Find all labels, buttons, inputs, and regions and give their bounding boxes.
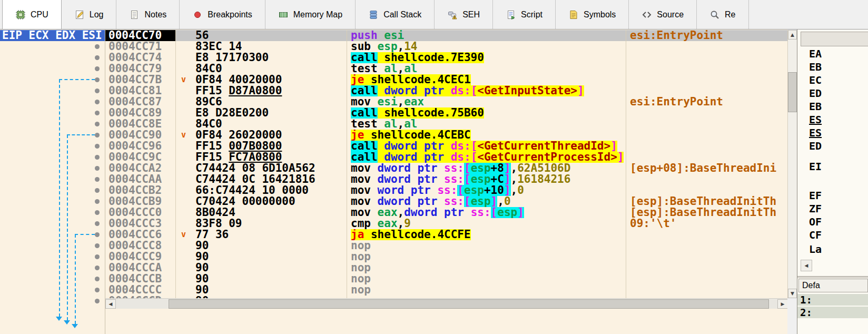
- asm-token: FF15: [195, 85, 229, 96]
- disasm-row[interactable]: 0004CC9CFF15 FC7A0800call dword ptr ds:[…: [105, 152, 787, 163]
- register-row[interactable]: OF: [809, 215, 867, 229]
- calling-convention-select[interactable]: Defa: [798, 279, 868, 292]
- instruction-dot[interactable]: [95, 199, 100, 204]
- register-row[interactable]: EI: [809, 160, 867, 173]
- disasm-row[interactable]: 0004CCCC90nop: [105, 284, 787, 296]
- register-row[interactable]: CF: [809, 229, 867, 242]
- tab-re[interactable]: Re: [697, 0, 748, 29]
- tab-seh[interactable]: SEH: [435, 0, 493, 29]
- register-row[interactable]: ES: [809, 113, 867, 126]
- instruction-dot[interactable]: [95, 254, 100, 259]
- disasm-row[interactable]: 0004CC89E8 D28E0200call shellcode.75B60: [105, 107, 787, 119]
- register-row[interactable]: EA: [809, 47, 867, 61]
- scroll-down-button[interactable]: ▼: [788, 289, 797, 298]
- instruction-dot[interactable]: [95, 122, 100, 126]
- instruction-cell: push esi: [347, 30, 626, 41]
- instruction-dot[interactable]: [95, 66, 100, 71]
- disasm-row[interactable]: 0004CC7183EC 14sub esp,14: [105, 41, 787, 52]
- asm-token: ptr: [424, 85, 444, 96]
- disasm-row[interactable]: 0004CCCB90nop: [105, 273, 787, 284]
- argument-row[interactable]: 2:: [797, 307, 868, 318]
- instruction-dot[interactable]: [95, 232, 100, 237]
- disasm-row[interactable]: 0004CC8789C6mov esi,eaxesi:EntryPoint: [105, 96, 787, 107]
- disasm-row[interactable]: 0004CC7984C0test al,al: [105, 63, 787, 74]
- instruction-dot[interactable]: [95, 89, 100, 93]
- register-row[interactable]: ZF: [809, 202, 867, 215]
- tab-memory-map[interactable]: Memory Map: [265, 0, 356, 29]
- disasm-row[interactable]: 0004CCAAC74424 0C 16421816mov dword ptr …: [105, 174, 787, 185]
- disasm-row[interactable]: 0004CCC08B0424mov eax,dword ptr ss:[esp]…: [105, 207, 787, 218]
- disasm-row[interactable]: 0004CCC990nop: [105, 251, 787, 262]
- scroll-up-button[interactable]: ▲: [788, 30, 797, 40]
- disasm-row[interactable]: 0004CC81FF15 D87A0800call dword ptr ds:[…: [105, 85, 787, 96]
- register-row[interactable]: EC: [809, 74, 867, 87]
- disasm-row[interactable]: 0004CCC6v77 36ja shellcode.4CCFE: [105, 229, 787, 240]
- instruction-dot[interactable]: [95, 44, 100, 49]
- horizontal-scrollbar-thumb[interactable]: [169, 299, 769, 309]
- tab-script[interactable]: Script: [493, 0, 556, 29]
- tab-breakpoints[interactable]: Breakpoints: [180, 0, 265, 29]
- disasm-row[interactable]: 0004CCB266:C74424 10 0000mov word ptr ss…: [105, 185, 787, 196]
- address-cell: 0004CC81: [105, 85, 176, 96]
- scroll-right-button[interactable]: ▶: [777, 299, 787, 309]
- asm-token: mov: [351, 196, 371, 207]
- disasm-row[interactable]: 0004CCC890nop: [105, 240, 787, 251]
- asm-token: [444, 152, 451, 163]
- vertical-scrollbar[interactable]: ▲ ▼: [787, 30, 797, 298]
- disasm-row[interactable]: 0004CC96FF15 007B0800call dword ptr ds:[…: [105, 141, 787, 152]
- instruction-dot[interactable]: [95, 188, 100, 193]
- instruction-dot[interactable]: [95, 155, 100, 160]
- instruction-dot[interactable]: [95, 277, 100, 281]
- disasm-row[interactable]: 0004CC74E8 17170300call shellcode.7E390: [105, 52, 787, 63]
- register-row[interactable]: EF: [809, 189, 867, 202]
- horizontal-scrollbar[interactable]: ◀ ▶: [105, 298, 787, 309]
- instruction-dot[interactable]: [95, 100, 100, 104]
- disasm-row[interactable]: 0004CCB9C70424 00000000mov dword ptr ss:…: [105, 196, 787, 207]
- breakpoints-icon: [192, 9, 203, 20]
- tab-call-stack[interactable]: Call Stack: [356, 0, 435, 29]
- pane-splitter[interactable]: [797, 276, 868, 278]
- instruction-dot[interactable]: [95, 299, 100, 303]
- asm-token: esp: [471, 163, 491, 174]
- instruction-dot[interactable]: [95, 177, 100, 182]
- tab-symbols[interactable]: Symbols: [556, 0, 629, 29]
- comment-cell: [626, 119, 787, 130]
- register-row[interactable]: EB: [809, 100, 867, 113]
- instruction-dot[interactable]: [95, 166, 100, 171]
- instruction-dot[interactable]: [95, 133, 100, 137]
- instruction-dot[interactable]: [95, 243, 100, 248]
- asm-token: 77 36: [195, 229, 229, 240]
- instruction-dot[interactable]: [95, 77, 100, 82]
- register-row[interactable]: ED: [809, 140, 867, 153]
- register-row[interactable]: ES: [809, 126, 867, 140]
- instruction-dot[interactable]: [95, 210, 100, 215]
- instruction-dot[interactable]: [95, 144, 100, 149]
- scroll-left-button[interactable]: ◀: [105, 299, 116, 309]
- instruction-dot[interactable]: [95, 111, 100, 115]
- argument-row[interactable]: 1:: [797, 294, 868, 306]
- disasm-row[interactable]: 0004CC90v0F84 26020000je shellcode.4CEBC: [105, 130, 787, 141]
- tab-notes[interactable]: Notes: [116, 0, 180, 29]
- register-row[interactable]: ED: [809, 87, 867, 100]
- asm-token: [411, 174, 418, 185]
- disasm-row[interactable]: 0004CC8E84C0test al,al: [105, 119, 787, 130]
- disasm-row[interactable]: 0004CC7Bv0F84 40020000je shellcode.4CEC1: [105, 74, 787, 85]
- register-row[interactable]: EB: [809, 61, 867, 74]
- tab-log[interactable]: Log: [62, 0, 117, 29]
- instruction-dot[interactable]: [95, 266, 100, 270]
- registers-scroll-left-button[interactable]: ◀: [801, 260, 812, 271]
- disasm-row[interactable]: 0004CC7056push esiesi:EntryPoint: [105, 30, 787, 41]
- disasm-row[interactable]: 0004CCC383F8 09cmp eax,909:'\t': [105, 218, 787, 229]
- disasm-row[interactable]: 0004CCA2C74424 08 6D10A562mov dword ptr …: [105, 163, 787, 174]
- instruction-dot[interactable]: [95, 55, 100, 60]
- register-row[interactable]: La: [809, 243, 867, 256]
- tab-source[interactable]: Source: [629, 0, 697, 29]
- asm-token: FF15: [195, 141, 229, 152]
- instruction-dot[interactable]: [95, 221, 100, 226]
- disasm-row[interactable]: 0004CCCA90nop: [105, 262, 787, 273]
- jump-arrow-head: [56, 317, 62, 321]
- hide-fpu-button[interactable]: [801, 32, 868, 46]
- tab-cpu[interactable]: CPU: [2, 0, 62, 29]
- instruction-dot[interactable]: [95, 288, 100, 292]
- vertical-scrollbar-thumb[interactable]: [788, 72, 797, 112]
